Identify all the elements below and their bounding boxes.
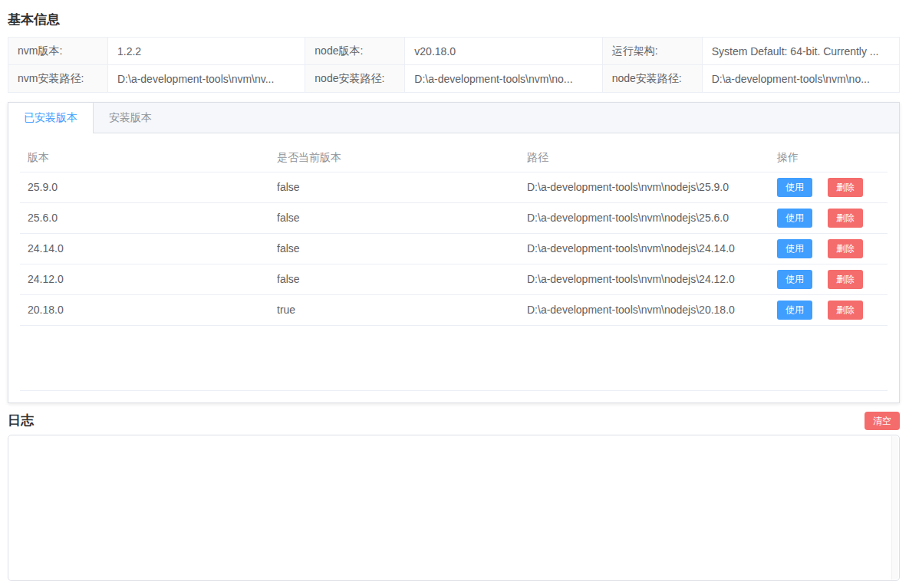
column-actions: 操作	[769, 145, 888, 172]
log-output[interactable]	[8, 435, 900, 581]
table-row: 25.9.0 false D:\a-development-tools\nvm\…	[20, 172, 888, 202]
version-cell: 24.12.0	[20, 264, 269, 294]
node-path-label-2: node安装路径:	[602, 65, 702, 93]
column-path: 路径	[519, 145, 769, 172]
actions-cell: 使用 删除	[769, 294, 888, 325]
path-cell: D:\a-development-tools\nvm\nodejs\20.18.…	[519, 294, 769, 325]
log-header: 日志 清空	[8, 412, 900, 430]
node-path-value-2: D:\a-development-tools\nvm\no...	[702, 65, 899, 93]
path-cell: D:\a-development-tools\nvm\nodejs\24.12.…	[519, 264, 769, 294]
versions-card: 已安装版本 安装版本 版本 是否当前版本 路径 操作	[8, 102, 900, 403]
use-button[interactable]: 使用	[777, 270, 812, 289]
is-current-cell: false	[269, 264, 519, 294]
delete-button[interactable]: 删除	[828, 270, 863, 289]
scrollbar[interactable]	[891, 436, 898, 580]
use-button[interactable]: 使用	[777, 301, 812, 320]
version-cell: 20.18.0	[20, 294, 269, 325]
is-current-cell: false	[269, 202, 519, 233]
use-button[interactable]: 使用	[777, 178, 812, 197]
arch-value: System Default: 64-bit. Currently ...	[702, 38, 899, 65]
table-row: 24.12.0 false D:\a-development-tools\nvm…	[20, 264, 888, 294]
tab-installed-versions[interactable]: 已安装版本	[8, 103, 94, 133]
actions-cell: 使用 删除	[769, 233, 888, 264]
delete-button[interactable]: 删除	[828, 301, 863, 320]
clear-log-button[interactable]: 清空	[865, 412, 900, 430]
nvm-version-value: 1.2.2	[108, 38, 305, 65]
column-is-current: 是否当前版本	[269, 145, 519, 172]
delete-button[interactable]: 删除	[828, 209, 863, 228]
app-page: 基本信息 nvm版本: 1.2.2 node版本: v20.18.0 运行架构:…	[0, 0, 909, 581]
actions-cell: 使用 删除	[769, 264, 888, 294]
versions-table-wrap: 版本 是否当前版本 路径 操作 25.9.0 false D:\a-develo…	[20, 145, 888, 391]
actions-cell: 使用 删除	[769, 172, 888, 202]
path-cell: D:\a-development-tools\nvm\nodejs\25.6.0	[519, 202, 769, 233]
versions-table-header-row: 版本 是否当前版本 路径 操作	[20, 145, 888, 172]
node-path-value: D:\a-development-tools\nvm\no...	[405, 65, 602, 93]
basic-info-row: nvm安装路径: D:\a-development-tools\nvm\nv..…	[8, 65, 900, 93]
basic-info-title: 基本信息	[8, 12, 900, 28]
version-cell: 25.9.0	[20, 172, 269, 202]
basic-info-table: nvm版本: 1.2.2 node版本: v20.18.0 运行架构: Syst…	[8, 37, 900, 93]
node-path-label: node安装路径:	[305, 65, 405, 93]
log-title: 日志	[8, 413, 34, 429]
use-button[interactable]: 使用	[777, 239, 812, 258]
column-version: 版本	[20, 145, 269, 172]
use-button[interactable]: 使用	[777, 209, 812, 228]
basic-info-row: nvm版本: 1.2.2 node版本: v20.18.0 运行架构: Syst…	[8, 38, 900, 65]
table-row: 25.6.0 false D:\a-development-tools\nvm\…	[20, 202, 888, 233]
version-cell: 25.6.0	[20, 202, 269, 233]
path-cell: D:\a-development-tools\nvm\nodejs\24.14.…	[519, 233, 769, 264]
is-current-cell: true	[269, 294, 519, 325]
nvm-path-label: nvm安装路径:	[8, 65, 108, 93]
delete-button[interactable]: 删除	[828, 178, 863, 197]
actions-cell: 使用 删除	[769, 202, 888, 233]
table-row: 24.14.0 false D:\a-development-tools\nvm…	[20, 233, 888, 264]
node-version-label: node版本:	[305, 38, 405, 65]
nvm-path-value: D:\a-development-tools\nvm\nv...	[108, 65, 305, 93]
version-cell: 24.14.0	[20, 233, 269, 264]
path-cell: D:\a-development-tools\nvm\nodejs\25.9.0	[519, 172, 769, 202]
versions-table: 版本 是否当前版本 路径 操作 25.9.0 false D:\a-develo…	[20, 145, 888, 326]
delete-button[interactable]: 删除	[828, 239, 863, 258]
tab-install-version[interactable]: 安装版本	[94, 103, 167, 133]
nvm-version-label: nvm版本:	[8, 38, 108, 65]
arch-label: 运行架构:	[602, 38, 702, 65]
table-row: 20.18.0 true D:\a-development-tools\nvm\…	[20, 294, 888, 325]
tab-bar: 已安装版本 安装版本	[8, 103, 899, 133]
installed-versions-panel: 版本 是否当前版本 路径 操作 25.9.0 false D:\a-develo…	[8, 133, 899, 402]
node-version-value: v20.18.0	[405, 38, 602, 65]
is-current-cell: false	[269, 172, 519, 202]
is-current-cell: false	[269, 233, 519, 264]
